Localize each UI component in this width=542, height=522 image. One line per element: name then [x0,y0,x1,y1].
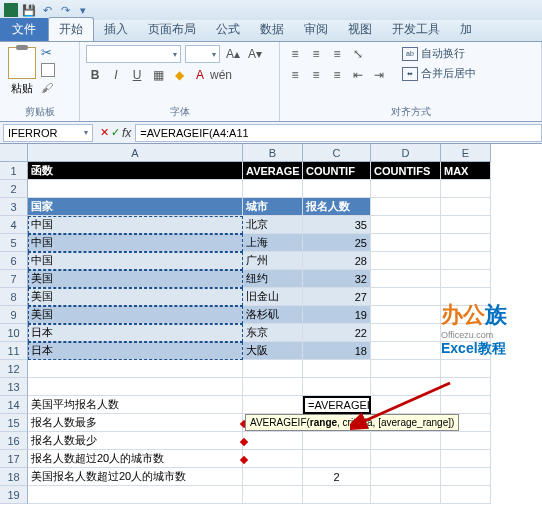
formula-bar[interactable]: =AVERAGEIF(A4:A11 [135,124,542,142]
cell-D4[interactable] [371,216,441,234]
tab-view[interactable]: 视图 [338,18,382,41]
cell-A8[interactable]: 美国 [28,288,243,306]
row-header-14[interactable]: 14 [0,396,28,414]
align-middle-icon[interactable]: ≡ [307,45,325,63]
tab-insert[interactable]: 插入 [94,18,138,41]
save-icon[interactable]: 💾 [22,3,36,17]
row-header-6[interactable]: 6 [0,252,28,270]
cell-B3[interactable]: 城市 [243,198,303,216]
cell-E2[interactable] [441,180,491,198]
cell-B19[interactable] [243,486,303,504]
decrease-font-icon[interactable]: A▾ [246,45,264,63]
cell-B7[interactable]: 纽约 [243,270,303,288]
merge-center-button[interactable]: ⬌ 合并后居中 [399,65,479,82]
decrease-indent-icon[interactable]: ⇤ [349,66,367,84]
cell-E1[interactable]: MAX [441,162,491,180]
row-header-19[interactable]: 19 [0,486,28,504]
cell-E19[interactable] [441,486,491,504]
redo-icon[interactable]: ↷ [58,3,72,17]
cell-A7[interactable]: 美国 [28,270,243,288]
cell-C3[interactable]: 报名人数 [303,198,371,216]
cell-E13[interactable] [441,378,491,396]
tab-data[interactable]: 数据 [250,18,294,41]
font-color-icon[interactable]: A [191,66,209,84]
cell-B10[interactable]: 东京 [243,324,303,342]
cell-B1[interactable]: AVERAGE [243,162,303,180]
tab-file[interactable]: 文件 [0,18,48,41]
cell-C5[interactable]: 25 [303,234,371,252]
cell-C1[interactable]: COUNTIF [303,162,371,180]
italic-button[interactable]: I [107,66,125,84]
row-header-13[interactable]: 13 [0,378,28,396]
column-header-D[interactable]: D [371,144,441,162]
cell-D14[interactable] [371,396,441,414]
cell-D5[interactable] [371,234,441,252]
cell-C14[interactable]: =AVERAGEIF(A4:A11 [303,396,371,414]
cell-A9[interactable]: 美国 [28,306,243,324]
cell-A17[interactable]: 报名人数超过20人的城市数 [28,450,243,468]
row-header-3[interactable]: 3 [0,198,28,216]
cell-E3[interactable] [441,198,491,216]
cell-E7[interactable] [441,270,491,288]
row-header-5[interactable]: 5 [0,234,28,252]
cell-A10[interactable]: 日本 [28,324,243,342]
cell-D7[interactable] [371,270,441,288]
cell-E10[interactable] [441,324,491,342]
cell-E16[interactable] [441,432,491,450]
cell-D19[interactable] [371,486,441,504]
cell-C18[interactable]: 2 [303,468,371,486]
cell-D18[interactable] [371,468,441,486]
cell-A16[interactable]: 报名人数最少 [28,432,243,450]
cell-A6[interactable]: 中国 [28,252,243,270]
cell-E5[interactable] [441,234,491,252]
row-header-11[interactable]: 11 [0,342,28,360]
cell-E17[interactable] [441,450,491,468]
cell-E14[interactable] [441,396,491,414]
cell-B4[interactable]: 北京 [243,216,303,234]
cell-D3[interactable] [371,198,441,216]
cell-E4[interactable] [441,216,491,234]
name-box-dropdown-icon[interactable]: ▾ [84,128,88,137]
qat-dropdown-icon[interactable]: ▾ [76,3,90,17]
column-header-B[interactable]: B [243,144,303,162]
copy-icon[interactable] [41,63,57,79]
row-header-10[interactable]: 10 [0,324,28,342]
cell-D13[interactable] [371,378,441,396]
cell-D8[interactable] [371,288,441,306]
cell-A1[interactable]: 函数 [28,162,243,180]
align-left-icon[interactable]: ≡ [286,66,304,84]
cell-C17[interactable] [303,450,371,468]
fill-color-icon[interactable]: ◆ [170,66,188,84]
undo-icon[interactable]: ↶ [40,3,54,17]
row-header-16[interactable]: 16 [0,432,28,450]
align-bottom-icon[interactable]: ≡ [328,45,346,63]
cell-E12[interactable] [441,360,491,378]
cut-icon[interactable]: ✂ [41,45,57,61]
row-header-8[interactable]: 8 [0,288,28,306]
tab-review[interactable]: 审阅 [294,18,338,41]
cell-D2[interactable] [371,180,441,198]
tab-addins[interactable]: 加 [450,18,482,41]
cell-E8[interactable] [441,288,491,306]
cell-C16[interactable] [303,432,371,450]
cell-D16[interactable] [371,432,441,450]
cell-C13[interactable] [303,378,371,396]
paste-button[interactable]: 粘贴 [6,45,38,98]
cell-A5[interactable]: 中国 [28,234,243,252]
cell-C2[interactable] [303,180,371,198]
cell-B9[interactable]: 洛杉矶 [243,306,303,324]
select-all-corner[interactable] [0,144,28,162]
cell-C8[interactable]: 27 [303,288,371,306]
column-header-C[interactable]: C [303,144,371,162]
row-header-15[interactable]: 15 [0,414,28,432]
cell-C11[interactable]: 18 [303,342,371,360]
underline-button[interactable]: U [128,66,146,84]
cell-C6[interactable]: 28 [303,252,371,270]
cell-B13[interactable] [243,378,303,396]
cell-B14[interactable] [243,396,303,414]
align-right-icon[interactable]: ≡ [328,66,346,84]
align-center-icon[interactable]: ≡ [307,66,325,84]
font-name-combo[interactable]: ▾ [86,45,181,63]
increase-indent-icon[interactable]: ⇥ [370,66,388,84]
phonetic-icon[interactable]: wén [212,66,230,84]
